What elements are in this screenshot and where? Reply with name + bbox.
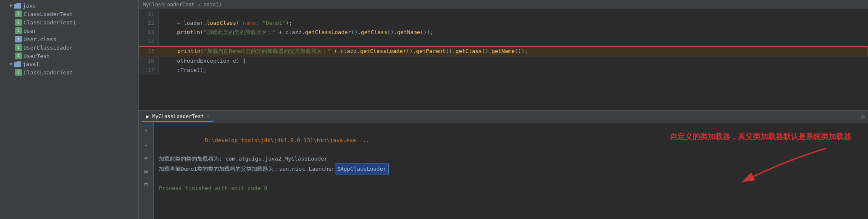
class-icon: C <box>15 69 22 76</box>
code-line-15: 15 println("加载当前Demo1类的类的加载器的父类加载器为：" + … <box>139 46 868 56</box>
sidebar-item-User[interactable]: C User <box>0 26 138 35</box>
sidebar-item-label: ClassLoaderTest <box>24 11 73 17</box>
bottom-panel: ▶ MyClassLoaderTest ✕ ⚙ ↑ ↓ ⇌ ⊟ ⊡ <box>139 110 868 219</box>
sidebar-item-label: java1 <box>23 61 39 67</box>
line-content: = loader.loadClass( name: "Demo1"); <box>159 18 868 28</box>
sidebar-item-ClassLoaderTest1[interactable]: C ClassLoaderTest1 <box>0 18 138 26</box>
line-content: println("加载此类的类的加载器为：" + clazz.getClassL… <box>159 28 868 37</box>
class-icon: C <box>15 11 22 17</box>
breadcrumb: MyClassLoaderTest › main() <box>139 0 868 9</box>
line-number: 16 <box>139 56 159 66</box>
line-content: otFoundException e) { <box>159 56 868 66</box>
scroll-up-button[interactable]: ↑ <box>141 126 151 136</box>
sidebar-item-label: ClassLoaderTest <box>24 69 73 76</box>
expand-arrow: ▼ <box>8 62 13 67</box>
output-path: D:\develop_tools\jdk\jdk1.8.0_131\bin\ja… <box>205 137 369 143</box>
file-tree[interactable]: ▼ java C ClassLoaderTest C ClassLoaderTe… <box>0 0 139 219</box>
code-line-14: 14 <box>139 37 868 46</box>
output-line-1: D:\develop_tools\jdk\jdk1.8.0_131\bin\ja… <box>159 127 569 154</box>
run-tab-text: MyClassLoaderTest <box>152 113 204 119</box>
folder-icon <box>14 3 21 9</box>
run-tab-label: ▶ <box>146 113 149 119</box>
line-number: 17 <box>139 66 159 75</box>
line-number: 13 <box>139 28 159 37</box>
folder-icon <box>14 61 21 67</box>
output-line-3: 加载当前Demo1类的类的加载器的父类加载器为：sun.misc.Launche… <box>159 164 569 174</box>
code-line-13: 13 println("加载此类的类的加载器为：" + clazz.getCla… <box>139 28 868 37</box>
class-icon: C <box>15 19 22 26</box>
panel-tabs[interactable]: ▶ MyClassLoaderTest ✕ ⚙ <box>139 111 868 123</box>
panel-content: ↑ ↓ ⇌ ⊟ ⊡ D:\develop_tools\jdk\jdk1.8.0_… <box>139 123 868 219</box>
annotation-arrow <box>700 144 868 195</box>
classfile-icon: c <box>15 36 22 42</box>
sidebar-item-ClassLoaderTest[interactable]: C ClassLoaderTest <box>0 10 138 18</box>
line-content <box>159 9 868 18</box>
sidebar-item-label: ClassLoaderTest1 <box>24 19 76 26</box>
class-icon: C <box>15 53 22 59</box>
class-icon: C <box>15 44 22 51</box>
sidebar-item-User-class[interactable]: c User.class <box>0 35 138 43</box>
line-number: 11 <box>139 9 159 18</box>
output-line-4 <box>159 174 569 184</box>
code-line-17: 17 :Trace(); <box>139 66 868 75</box>
output-area: D:\develop_tools\jdk\jdk1.8.0_131\bin\ja… <box>154 123 574 219</box>
code-line-12: 12 = loader.loadClass( name: "Demo1"); <box>139 18 868 28</box>
panel-actions: ↑ ↓ ⇌ ⊟ ⊡ <box>139 123 154 219</box>
line-number: 14 <box>139 37 159 46</box>
code-editor: MyClassLoaderTest › main() 11 12 = loade… <box>139 0 868 110</box>
sidebar-item-label: java <box>23 3 36 9</box>
annotation-text: 自定义的类加载器，其父类加载器默认是系统类加载器 <box>670 132 851 142</box>
sidebar-item-java-folder[interactable]: ▼ java <box>0 2 138 10</box>
highlighted-classloader: $AppClassLoader <box>335 164 388 174</box>
expand-arrow: ▼ <box>8 3 13 8</box>
code-line-11: 11 <box>139 9 868 18</box>
sidebar-item-label: User.class <box>24 36 56 42</box>
clear-button[interactable]: ⊡ <box>141 179 151 190</box>
line-number: 12 <box>139 18 159 28</box>
line-content: println("加载当前Demo1类的类的加载器的父类加载器为：" + cla… <box>159 47 868 56</box>
sidebar-item-label: UserClassLoader <box>24 45 73 51</box>
class-icon: C <box>15 27 22 34</box>
code-lines: 11 12 = loader.loadClass( name: "Demo1")… <box>139 9 868 110</box>
sidebar-item-UserTest[interactable]: C UserTest <box>0 52 138 60</box>
output-line-2: 加载此类的类的加载器为: com.atguigu.java2.MyClassLo… <box>159 154 569 164</box>
soft-wrap-button[interactable]: ⇌ <box>141 153 151 163</box>
line-number: 15 <box>139 47 159 56</box>
breadcrumb-text: MyClassLoaderTest › main() <box>143 2 222 8</box>
print-button[interactable]: ⊟ <box>141 166 151 176</box>
sidebar-item-java1-folder[interactable]: ▼ java1 <box>0 60 138 68</box>
settings-icon[interactable]: ⚙ <box>861 113 865 120</box>
output-line-5: Process finished with exit code 0 <box>159 184 569 193</box>
annotation-area: 自定义的类加载器，其父类加载器默认是系统类加载器 <box>574 123 868 219</box>
sidebar-item-label: User <box>24 28 37 34</box>
code-line-16: 16 otFoundException e) { <box>139 56 868 66</box>
run-tab[interactable]: ▶ MyClassLoaderTest ✕ <box>142 112 213 122</box>
line-content <box>159 37 868 46</box>
tab-close-button[interactable]: ✕ <box>206 113 209 119</box>
scroll-down-button[interactable]: ↓ <box>141 139 151 149</box>
line-content: :Trace(); <box>159 66 868 75</box>
sidebar-item-label: UserTest <box>24 53 50 59</box>
sidebar-item-ClassLoaderTest-java1[interactable]: C ClassLoaderTest <box>0 68 138 77</box>
sidebar-item-UserClassLoader[interactable]: C UserClassLoader <box>0 43 138 52</box>
